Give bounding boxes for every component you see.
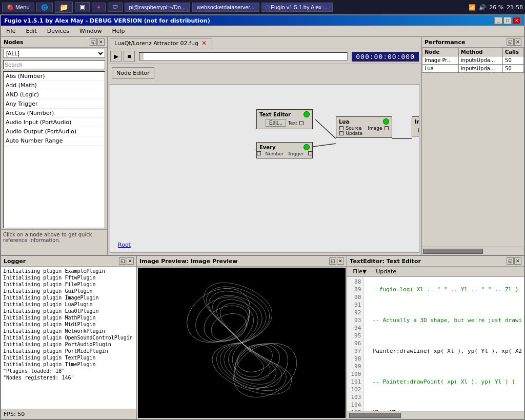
play-button[interactable]: ▶	[110, 51, 122, 62]
lua-ports: Source Image Update	[338, 125, 390, 136]
log-line: Initialising plugin PortAudioPlugin	[2, 341, 135, 348]
pi-terminal-button[interactable]: pi@raspberrypi:~/Do...	[125, 3, 191, 12]
image-preview-node-title: Image Preview	[415, 119, 419, 125]
te-scrollbar[interactable]	[347, 411, 524, 419]
scrollbar-thumb[interactable]	[423, 249, 483, 254]
volume-icon[interactable]: 🔊	[479, 4, 486, 11]
terminal-button[interactable]: ▣	[75, 2, 90, 12]
list-item[interactable]: Abs (Number)	[4, 72, 105, 81]
image-out-label: Image	[368, 126, 382, 131]
code-line	[366, 332, 522, 339]
nodes-filter-select[interactable]: [ALL]	[3, 49, 105, 58]
shield-icon: 🛡	[112, 4, 118, 10]
perf-detach-button[interactable]: ◱	[507, 38, 514, 46]
performance-scrollbar[interactable]	[422, 247, 524, 255]
network-icon: 📶	[469, 4, 476, 11]
menu-bar: File Edit Devices Window Help	[1, 26, 524, 37]
title-bar: Fugio v1.5.1 by Alex May - DEBUG VERSION…	[1, 15, 524, 26]
browser-button[interactable]: 🌐	[36, 3, 53, 12]
nodes-search-container	[1, 59, 107, 70]
root-anchor[interactable]: Root	[118, 242, 131, 248]
search-input[interactable]	[3, 60, 105, 69]
img-detach-button[interactable]: ◱	[329, 257, 336, 265]
nodes-list: Abs (Number) Add (Math) AND (Logic) Any …	[3, 71, 105, 228]
update-button[interactable]: Update	[372, 268, 400, 275]
browser-icon: 🌐	[41, 4, 48, 11]
list-item[interactable]: AND (Logic)	[4, 90, 105, 99]
nodes-filter: [ALL]	[1, 48, 107, 59]
progress-bar-container[interactable]	[139, 52, 348, 61]
line-numbers: 88 89 90 91 92 93 94 95 96 97 98 99 100 …	[347, 277, 364, 411]
edit-button[interactable]: Edit...	[266, 119, 286, 127]
fugio-app-button[interactable]: □ Fugio v1.5.1 by Alex ...	[261, 3, 333, 12]
shield-button[interactable]: 🛡	[108, 3, 123, 12]
list-item[interactable]: Auto Number Range	[4, 136, 105, 146]
window-title: Fugio v1.5.1 by Alex May - DEBUG VERSION…	[4, 17, 210, 24]
log-line: Initialising plugin ImagePlugin	[2, 294, 135, 301]
code-line	[366, 363, 522, 370]
every-status-dot	[304, 144, 310, 150]
te-scrollbar-thumb[interactable]	[349, 413, 401, 418]
file-manager-button[interactable]: 📁	[55, 2, 73, 13]
lua-port-update: Update	[339, 131, 388, 136]
fugio-small-icon-button[interactable]: ✦	[92, 3, 106, 12]
te-close-button[interactable]: ✕	[514, 257, 521, 265]
code-editor[interactable]: 88 89 90 91 92 93 94 95 96 97 98 99 100 …	[347, 277, 524, 411]
logger-content[interactable]: Initialising plugin ExamplePlugin Initia…	[1, 267, 136, 409]
perf-col-node: Node	[422, 48, 459, 56]
file-menu-button[interactable]: File▼	[349, 268, 371, 275]
menu-button[interactable]: 🍓 Menu	[2, 3, 34, 12]
menu-window[interactable]: Window	[76, 27, 105, 35]
svg-point-9	[177, 277, 260, 353]
menu-edit[interactable]: Edit	[23, 27, 39, 35]
logger-detach-button[interactable]: ◱	[119, 257, 126, 265]
list-item[interactable]: Add (Math)	[4, 81, 105, 90]
document-tab[interactable]: LuaQt/Lorenz Attractor 02.fug ✕	[110, 38, 212, 48]
logger-panel: Logger ◱ ✕ Initialising plugin ExamplePl…	[1, 256, 137, 419]
table-row: Image Pr... inputsUpda... 50	[422, 56, 524, 65]
lua-port-source: Source Image	[339, 126, 388, 131]
every-node: Every Number Trigger	[256, 142, 313, 158]
maximize-button[interactable]: □	[503, 17, 512, 24]
list-item[interactable]: Audio Input (PortAudio)	[4, 118, 105, 127]
perf-method-1: inputsUpda...	[458, 56, 502, 65]
text-editor-status-dot	[304, 111, 310, 117]
nodes-info: Click on a node above to get quick refer…	[1, 229, 107, 255]
log-line: Initialising plugin FftwPlugin	[2, 274, 135, 281]
node-editor-tab[interactable]: Node Editor	[112, 67, 154, 79]
root-link[interactable]: Root	[118, 242, 131, 248]
image-preview-title: Image Preview: Image Preview	[139, 258, 238, 265]
performance-scroll[interactable]: Node Method Calls Image Pr... inputsUpda…	[422, 48, 524, 247]
code-content[interactable]: --fugio.log( Xl .. " " .. Yl .. " " .. Z…	[364, 277, 524, 411]
perf-close-button[interactable]: ✕	[514, 38, 521, 46]
menu-devices[interactable]: Devices	[44, 27, 72, 35]
minimize-button[interactable]: _	[494, 17, 502, 24]
canvas-area[interactable]: Text Editor Edit... Text Lua	[110, 84, 419, 253]
img-close-button[interactable]: ✕	[337, 257, 344, 265]
list-item[interactable]: ArcCos (Number)	[4, 109, 105, 118]
ws-server-button[interactable]: websocketdataserver...	[192, 3, 259, 12]
performance-table: Node Method Calls Image Pr... inputsUpda…	[422, 48, 524, 73]
log-line: "Plugins loaded: 18"	[2, 368, 135, 374]
raspberry-icon: 🍓	[7, 4, 14, 11]
pi-label: pi@raspberrypi:~/Do...	[129, 4, 186, 10]
text-editor-panel-buttons: ◱ ✕	[507, 257, 521, 265]
every-node-header: Every	[258, 144, 311, 151]
image-preview-node-header: Image Preview	[413, 118, 419, 125]
nodes-close-button[interactable]: ✕	[97, 38, 105, 46]
perf-method-2: inputsUpda...	[458, 65, 502, 73]
stop-button[interactable]: ■	[124, 51, 135, 62]
te-detach-button[interactable]: ◱	[507, 257, 514, 265]
lua-node: Lua Source Image Update	[336, 116, 392, 138]
list-item[interactable]: Any Trigger	[4, 99, 105, 109]
close-button[interactable]: ✕	[513, 17, 521, 24]
logger-close-button[interactable]: ✕	[127, 257, 134, 265]
list-item[interactable]: Audio Output (PortAudio)	[4, 127, 105, 136]
fps-display: FPS: 50	[1, 409, 136, 419]
document-close-button[interactable]: ✕	[200, 39, 208, 47]
menu-file[interactable]: File	[3, 27, 18, 35]
lua-node-title: Lua	[339, 119, 349, 125]
text-editor-bottom-header: TextEditor: Text Editor ◱ ✕	[347, 256, 524, 267]
menu-help[interactable]: Help	[109, 27, 128, 35]
nodes-detach-button[interactable]: ◱	[90, 38, 97, 46]
